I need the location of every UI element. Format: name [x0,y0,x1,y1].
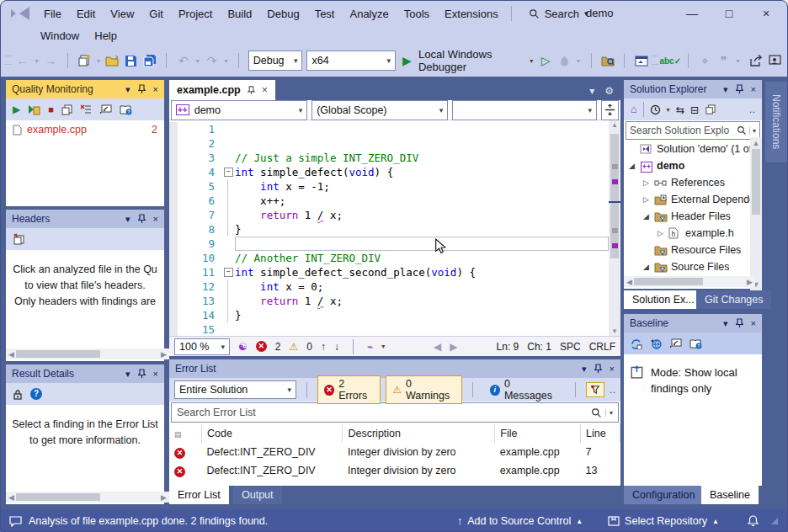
error-table-header[interactable]: ▤CodeDescriptionFileLine [169,424,620,443]
next-issue-icon[interactable]: ↓ [334,341,339,353]
copy-results-icon[interactable] [61,104,72,115]
comment-dropdown-icon[interactable]: ▾ [735,52,741,69]
code-line[interactable]: 11−int simple_defect_second_place(void) … [169,265,609,279]
pending-dropdown-icon[interactable]: ▾ [667,106,670,114]
hot-reload-icon[interactable] [557,52,572,69]
code-line[interactable]: 12 int x = 0; [169,279,609,294]
filter-button[interactable] [586,382,604,397]
cleanup-dropdown-icon[interactable]: ▾ [381,343,385,350]
baseline-titlebar[interactable]: Baseline ▾ × [624,314,762,332]
fold-collapse-icon[interactable]: − [224,268,233,277]
scrollbar-thumb[interactable] [610,134,619,258]
result-details-titlebar[interactable]: Result Details ▾ × [6,364,164,383]
expanded-arrow-icon[interactable]: ◢ [642,263,651,271]
code-line[interactable]: 3// Just a simple INT_ZERO_DIV [169,151,609,165]
feedback-icon[interactable] [768,52,782,69]
scroll-up-icon[interactable]: ▲ [611,121,618,129]
comment-tool-icon[interactable]: ❞ [716,52,731,69]
code-line[interactable]: 9 [169,237,609,251]
help-book-icon[interactable]: ? [120,104,132,115]
collapsed-arrow-icon[interactable]: ▷ [656,229,665,237]
start-debug-icon[interactable]: ▶ [400,52,414,69]
toolbar-overflow-icon[interactable]: ‥ [610,385,615,396]
close-icon[interactable]: × [262,84,268,96]
column-header-description[interactable]: Description [343,424,495,443]
search-dropdown-icon[interactable]: ▾ [605,409,613,417]
chevron-down-icon[interactable]: ▾ [723,318,728,329]
code-line[interactable]: 14} [169,308,609,322]
horizontal-scrollbar[interactable]: ◀ ▶ [6,348,169,359]
scroll-down-icon[interactable]: ▼ [611,327,618,335]
pending-changes-icon[interactable] [650,104,661,115]
split-editor-button[interactable] [601,100,619,120]
code-cleanup-icon[interactable]: ⌁ [367,341,373,353]
column-header-code[interactable]: Code [202,424,343,443]
pin-icon[interactable] [736,84,743,94]
solution-explorer-titlebar[interactable]: Solution Explorer ▾ × [624,80,762,98]
configuration-combo[interactable]: Debug▾ [248,51,303,71]
switch-views-icon[interactable]: ⌂ [631,104,637,115]
menu-item-extensions[interactable]: Extensions [437,5,506,23]
tree-item-external-dependencies[interactable]: ▷External Dependencies [624,191,762,208]
collapse-all-icon[interactable]: ⊟ [690,104,699,116]
open-folder-icon[interactable] [105,52,120,69]
home-window-icon[interactable] [634,52,648,69]
code-line[interactable]: 10// Another INT_ZERO_DIV [169,251,609,265]
stop-analysis-icon[interactable]: ■ [48,104,54,114]
navigate-forward-icon[interactable]: → [44,52,58,69]
menu-item-test[interactable]: Test [307,5,343,23]
severity-column-header[interactable]: ▤ [169,424,202,443]
spell-check-icon[interactable]: abc✓ [662,52,679,69]
menu-item-help[interactable]: Help [87,27,125,45]
fold-margin[interactable]: − [221,265,235,279]
save-all-icon[interactable] [142,52,157,69]
tree-item-header-files[interactable]: ◢Header Files [624,208,762,225]
close-icon[interactable]: × [759,7,774,20]
run-dropdown-icon[interactable]: ▾ [529,52,535,69]
tab-list-chevron-icon[interactable]: ▾ [589,85,594,97]
menu-item-tools[interactable]: Tools [397,5,437,23]
code-line[interactable]: 8} [169,222,609,237]
editor-vertical-scrollbar[interactable]: ▲ ▼ [609,120,620,336]
close-icon[interactable]: × [153,214,158,224]
fold-margin[interactable]: − [221,165,235,179]
share-icon[interactable] [749,52,764,69]
upload-to-server-icon[interactable] [650,338,662,349]
pin-icon[interactable] [248,86,255,95]
menu-item-git[interactable]: Git [141,5,171,23]
bell-icon[interactable] [748,515,759,527]
pin-icon[interactable] [594,364,602,374]
error-row[interactable]: ✕Defect:INT_ZERO_DIVInteger division by … [169,461,620,480]
menu-item-window[interactable]: Window [33,27,87,45]
tab-scroll-left-icon[interactable]: ◀ [434,341,441,353]
menu-item-file[interactable]: File [36,5,69,23]
error-row[interactable]: ✕Defect:INT_ZERO_DIVInteger division by … [169,443,620,461]
resize-grip[interactable] [770,517,779,525]
scrollbar-thumb[interactable] [634,278,703,285]
scope-dropdown[interactable]: (Global Scope)▾ [311,100,448,120]
horizontal-scrollbar[interactable]: ◀ ▶ [6,492,169,503]
chevron-down-icon[interactable]: ▾ [723,84,728,95]
clear-headers-icon[interactable] [13,233,25,245]
error-count[interactable]: 2 [275,341,281,353]
tab-baseline[interactable]: Baseline [701,486,759,504]
tree-item-references[interactable]: ▷References [624,174,762,191]
scrollbar-thumb[interactable] [16,350,100,358]
toolbar-overflow-icon[interactable]: ‥ [749,104,755,115]
headers-titlebar[interactable]: Headers ▾ × [6,210,164,228]
menu-item-analyze[interactable]: Analyze [342,5,396,23]
space-indicator[interactable]: SPC [560,341,581,353]
tab-scroll-right-icon[interactable]: ▶ [450,341,457,353]
prev-issue-icon[interactable]: ↑ [321,341,326,353]
menu-item-view[interactable]: View [103,5,141,23]
scope-dropdown[interactable]: Entire Solution▾ [174,380,296,399]
scrollbar-thumb[interactable] [752,149,760,215]
collapsed-arrow-icon[interactable]: ▷ [642,178,651,187]
save-icon[interactable] [124,52,138,69]
close-icon[interactable]: × [751,84,756,94]
tree-item-example-h[interactable]: ▷hexample.h [624,225,762,242]
settings-comment-icon[interactable] [99,104,112,115]
horizontal-scrollbar[interactable]: ◀ ▶ [624,276,755,287]
scroll-right-icon[interactable]: ▶ [161,350,167,359]
start-without-debug-icon[interactable]: ▷ [539,52,553,69]
